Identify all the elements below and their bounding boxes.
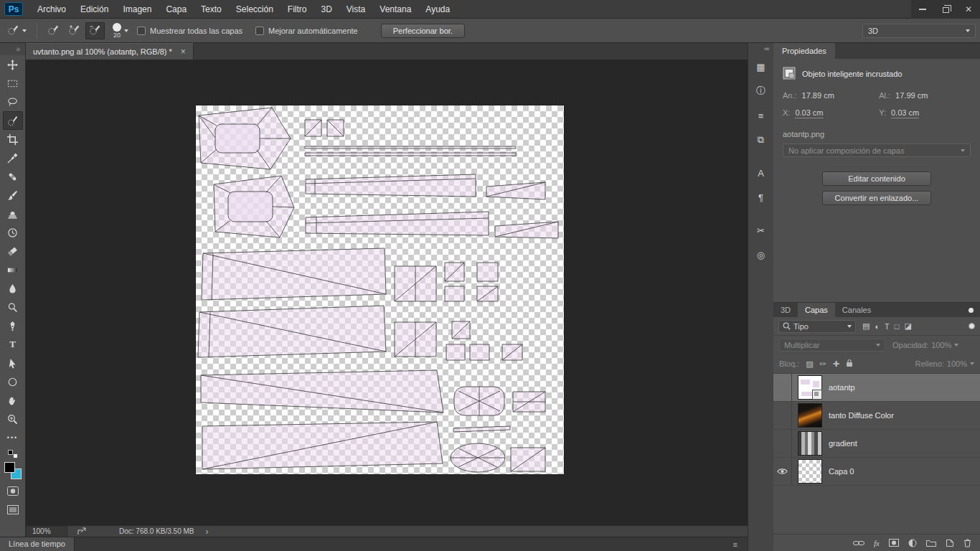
height-value[interactable]: 17.99 cm [895,91,928,100]
tool-quick-selection[interactable] [3,111,23,130]
foreground-color-swatch[interactable] [4,462,15,473]
tab-canales[interactable]: Canales [835,303,878,317]
canvas-viewport[interactable] [26,60,748,525]
sample-all-layers-checkbox[interactable]: Muestrear todas las capas [137,27,242,35]
opacity-value[interactable]: 100% [931,341,951,349]
checkbox-icon[interactable] [137,27,146,35]
lock-pixels-icon[interactable]: ✏ [820,359,826,369]
document-canvas[interactable] [196,105,564,474]
tool-eraser[interactable] [3,242,23,260]
info-panel-icon[interactable]: ⓘ [751,82,771,100]
lock-transparency-icon[interactable]: ▨ [806,359,813,369]
visibility-toggle[interactable] [773,430,792,457]
menu-edicion[interactable]: Edición [73,0,116,19]
document-tab[interactable]: uvtanto.png al 100% (aotantp, RGB/8) * × [26,43,194,60]
tool-zoom[interactable] [3,410,23,428]
x-value[interactable]: 0.03 cm [795,108,823,118]
tool-brush[interactable] [3,186,23,204]
paragraph-panel-icon[interactable]: ¶ [751,188,771,207]
filter-type-layers-icon[interactable]: T [885,322,890,331]
clone-source-panel-icon[interactable]: ⧉ [751,131,771,149]
adjustment-layer-icon[interactable] [908,539,917,547]
tool-crop[interactable] [3,130,23,149]
layer-name[interactable]: aotantp [829,383,855,392]
close-button[interactable]: ✕ [957,0,980,19]
menu-filtro[interactable]: Filtro [281,0,314,19]
workspace-switcher[interactable]: 3D [862,24,976,38]
visibility-toggle[interactable] [773,458,792,485]
layer-row-gradient[interactable]: gradient [773,430,980,458]
layer-comp-dropdown[interactable]: No aplicar composición de capas [783,143,971,157]
tool-preset-picker[interactable] [3,25,31,36]
filter-smart-objects-icon[interactable]: ◪ [904,321,911,331]
layer-thumbnail[interactable] [798,403,822,428]
minimize-button[interactable] [911,0,934,19]
visibility-toggle[interactable] [773,402,792,429]
menu-seleccion[interactable]: Selección [229,0,281,19]
tool-blur[interactable] [3,279,23,298]
adjustments-panel-icon[interactable]: ≡ [751,106,771,125]
expand-panels-button[interactable]: «« [748,43,773,55]
status-share-icon[interactable] [77,527,86,535]
filtering-toggle[interactable] [969,323,975,329]
tool-lasso[interactable] [3,93,23,111]
add-mask-icon[interactable] [889,539,899,547]
width-value[interactable]: 17.89 cm [802,91,834,100]
fill-value[interactable]: 100% [947,359,967,368]
tool-dodge[interactable] [3,298,23,316]
measurement-panel-icon[interactable]: ✂ [751,221,771,240]
lock-position-icon[interactable]: ✚ [833,359,839,369]
toolbar-collapse-button[interactable]: » [0,43,25,55]
filter-adjustment-layers-icon[interactable]: ◐ [875,322,880,331]
layer-name[interactable]: tanto Diffuse Color [829,411,894,420]
new-selection-mode-button[interactable] [44,22,63,39]
tool-rectangular-marquee[interactable] [3,74,23,93]
refine-edge-button[interactable]: Perfeccionar bor. [381,24,465,38]
link-layers-icon[interactable] [853,540,864,547]
tool-hand[interactable] [3,391,23,410]
character-panel-icon[interactable]: A [751,164,771,182]
tool-spot-healing-brush[interactable] [3,167,23,186]
tool-gradient[interactable] [3,260,23,279]
checkbox-icon[interactable] [255,27,264,35]
menu-capa[interactable]: Capa [159,0,194,19]
tab-3d[interactable]: 3D [773,303,798,317]
tool-path-selection[interactable] [3,354,23,372]
blend-mode-dropdown[interactable]: Multiplicar [779,339,885,352]
filter-pixel-layers-icon[interactable]: ▤ [862,321,870,331]
menu-ventana[interactable]: Ventana [372,0,418,19]
layer-row-aotantp[interactable]: aotantp [773,374,980,402]
new-group-icon[interactable] [926,539,936,547]
screen-mode-button[interactable] [3,500,23,519]
tab-capas[interactable]: Capas [798,303,835,317]
visibility-toggle[interactable] [773,374,792,401]
tool-clone-stamp[interactable] [3,204,23,223]
auto-enhance-checkbox[interactable]: Mejorar automáticamente [255,27,358,35]
layer-name[interactable]: Capa 0 [829,467,854,476]
layer-row-capa-0[interactable]: Capa 0 [773,458,980,486]
filter-shape-layers-icon[interactable]: □ [895,322,900,331]
add-selection-mode-button[interactable] [65,22,84,39]
tool-type[interactable]: T [3,335,23,354]
layer-thumbnail[interactable] [798,431,822,456]
document-size-info[interactable]: Doc: 768.0 KB/3.50 MB [119,527,194,535]
subtract-selection-mode-button[interactable] [85,22,105,39]
tool-eyedropper[interactable] [3,149,23,167]
timeline-tab[interactable]: Línea de tiempo [0,537,75,551]
opacity-control[interactable]: Opacidad: 100% [892,341,958,349]
edit-toolbar-button[interactable]: ••• [3,428,23,447]
panel-menu-icon[interactable] [969,308,974,313]
menu-3d[interactable]: 3D [314,0,339,19]
layer-row-tanto-diffuse[interactable]: tanto Diffuse Color [773,402,980,430]
zoom-level-field[interactable]: 100% [26,526,67,537]
default-colors-icon[interactable] [8,450,18,458]
menu-archivo[interactable]: Archivo [30,0,73,19]
menu-imagen[interactable]: Imagen [116,0,159,19]
histogram-panel-icon[interactable]: ▦ [751,57,771,76]
status-expand-icon[interactable]: › [206,527,209,537]
brush-size-picker[interactable]: 20 [113,23,128,39]
delete-layer-icon[interactable] [963,539,971,547]
fill-control[interactable]: Relleno: 100% [915,359,975,368]
menu-texto[interactable]: Texto [194,0,229,19]
convert-to-linked-button[interactable]: Convertir en enlazado... [822,191,931,205]
